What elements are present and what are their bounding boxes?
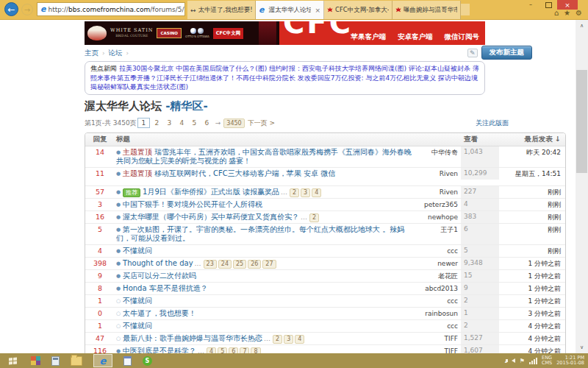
thread-author-link[interactable]: newhope	[428, 213, 458, 222]
android-client-link[interactable]: 安卓客户端	[398, 32, 433, 42]
tab-2-active[interactable]: e 渥太华华人论坛 | CFC中... ×	[256, 1, 324, 19]
page-link[interactable]: 5	[189, 118, 200, 127]
wechat-subscribe-link[interactable]: 微信订阅号	[445, 32, 480, 42]
thread-page-link[interactable]: 23	[204, 260, 217, 269]
thread-title-link[interactable]: 移动互联网时代，CFC三大移动客户端，苹果 安卓 微信	[154, 169, 335, 177]
last-post-time[interactable]: 3 分钟之前	[499, 308, 565, 319]
tab-4[interactable]: 曝曲婉婷与温哥华市长相恋 ...	[392, 1, 461, 19]
cfc-red-banner[interactable]: CFC 苹果客户端 安卓客户端 微信订阅号	[279, 21, 485, 45]
volume-icon[interactable]	[512, 358, 515, 363]
last-post-time[interactable]: 1 分钟之前	[499, 258, 565, 269]
thread-author-link[interactable]: newer	[437, 259, 458, 269]
last-post-time[interactable]: 4 分钟之前	[499, 320, 565, 332]
thread-title-link[interactable]: 第一次贴图，开课了。宇宙的奥秘。一条漂亮的丝巾。每个红点大概都比地球大 。辣妈们…	[116, 225, 404, 243]
last-post-time[interactable]: 1 分钟之前	[499, 270, 565, 282]
thread-page-link[interactable]: 2	[273, 335, 282, 344]
language-indicator[interactable]: ENGCMS	[542, 355, 552, 367]
last-post-time[interactable]: 刚刚	[499, 245, 565, 257]
file-explorer-icon[interactable]	[71, 356, 82, 366]
thread-title-link[interactable]: 瑞雪兆丰年，五洲齐欢唱，中国女高音歌唱家殷秀梅携手《五洲同春》海外春晚共同为您献…	[116, 148, 412, 166]
favorites-star-icon[interactable]: ★	[564, 9, 570, 17]
notepad-app-icon[interactable]	[123, 356, 132, 366]
internet-explorer-taskbar-active[interactable]: e	[93, 354, 112, 367]
page-link[interactable]: 3	[164, 118, 175, 127]
search-icon[interactable]	[184, 7, 185, 13]
thread-author-link[interactable]: peterz365	[424, 200, 458, 210]
thread-title-link[interactable]: 太牛逼了，我也想要！	[123, 309, 196, 317]
thread-page-link[interactable]: 3	[284, 335, 293, 344]
page-link[interactable]: 6	[201, 118, 212, 127]
thread-title-link[interactable]: 1月9日《新华侨报》正式出版 读报赢奖品	[143, 188, 279, 196]
apple-client-link[interactable]: 苹果客户端	[351, 32, 387, 42]
thread-page-link[interactable]: 4	[295, 335, 304, 344]
page-last-link[interactable]: 3450	[223, 118, 244, 128]
last-post-time[interactable]: 昨天 20:42	[499, 146, 565, 167]
pencil-icon[interactable]: ✎	[467, 49, 478, 57]
tab-3[interactable]: CFC中文网-加拿大-渥太华-...	[324, 1, 392, 19]
thread-page-link[interactable]: 27	[262, 260, 276, 269]
page-link[interactable]: 4	[176, 118, 187, 127]
breadcrumb-home[interactable]: 主页	[85, 49, 98, 58]
casino-ad[interactable]: CASINO	[157, 28, 182, 38]
last-post-time[interactable]: 1 分钟之前	[499, 283, 565, 294]
action-center-flag-icon[interactable]: ⚑	[520, 358, 525, 364]
thread-author-link[interactable]: 王子1	[440, 225, 458, 235]
minimize-button[interactable]: –	[522, 0, 539, 10]
taskbar-clock[interactable]: 1:21 PM2015-01-08	[556, 355, 584, 367]
header-last-post-sort[interactable]: 最后发表 ↓	[499, 135, 565, 144]
thread-page-link[interactable]: 2	[290, 188, 299, 197]
last-post-time[interactable]: 1 分钟之前	[499, 295, 565, 307]
thread-title-link[interactable]: 最新八卦：歌手曲婉婷爆与温哥华市长热恋	[123, 334, 262, 342]
new-tab-button[interactable]	[461, 4, 470, 15]
news-headline-links[interactable]: 拉美30国今聚北京 中国在美国后院做了什么？(图) 纽约时报：西安电子科技大学培…	[90, 65, 479, 91]
cfc-ad-badge[interactable]: CFC中文网	[213, 28, 243, 39]
page-current[interactable]: 1	[137, 118, 150, 128]
thread-author-link[interactable]: ccc	[447, 322, 458, 331]
thread-author-link[interactable]: Riven	[440, 188, 458, 197]
thread-title-link[interactable]: 不懂就问	[123, 322, 152, 330]
white-satin-ad[interactable]: WHITE SATINBRIDAL COUTURE	[110, 28, 153, 39]
tab-close-icon[interactable]: ×	[313, 7, 320, 14]
home-icon[interactable]: ⌂	[554, 9, 559, 17]
last-post-time[interactable]: 刚刚	[499, 224, 565, 244]
last-post-time[interactable]: 4 分钟之前	[499, 333, 565, 344]
last-post-time[interactable]: 刚刚	[499, 186, 565, 198]
scroll-up-arrow[interactable]: ∧	[576, 20, 588, 32]
thread-title-link[interactable]: 买店可以分二次付款吗	[123, 272, 196, 280]
thread-title-link[interactable]: 不懂就问	[123, 297, 152, 305]
thread-author-link[interactable]: Riven	[440, 169, 458, 179]
calculator-app-icon[interactable]	[51, 356, 60, 366]
settings-gear-icon[interactable]: ⚙	[576, 9, 582, 17]
thread-page-link[interactable]: 2	[309, 213, 319, 222]
photos-app-icon[interactable]	[31, 356, 40, 365]
address-bar[interactable]: e http://bbs.comefromchina.com/forums/5/…	[37, 2, 185, 16]
last-post-time[interactable]: 星期五，14:51	[499, 168, 565, 180]
thread-page-link[interactable]: 3	[301, 188, 310, 197]
thread-title-link[interactable]: Thought of the day	[123, 259, 193, 267]
thread-author-link[interactable]: 中华传奇	[431, 148, 458, 158]
start-button[interactable]	[0, 353, 25, 368]
thread-author-link[interactable]: ccc	[447, 297, 458, 306]
thread-page-link[interactable]: 26	[248, 260, 261, 269]
network-icon[interactable]	[529, 358, 537, 364]
url-text[interactable]: http://bbs.comefromchina.com/forums/5/	[48, 6, 184, 13]
new-thread-button[interactable]: 发布新主题	[481, 46, 533, 60]
green-s-app-icon[interactable]: S	[143, 356, 152, 366]
thread-author-link[interactable]: rainbosun	[425, 309, 458, 319]
thread-title-link[interactable]: Honda 车是不是很抗造？	[123, 284, 208, 292]
last-post-time[interactable]: 刚刚	[499, 199, 565, 210]
next-page-link[interactable]: 下一页 >	[248, 118, 275, 128]
thread-author-link[interactable]: 老花匠	[438, 272, 458, 281]
tab-1[interactable]: ↔ 太牛逼了,我也想要! -- 横事...	[187, 1, 256, 19]
thread-author-link[interactable]: ccc	[447, 247, 458, 256]
ad-banner[interactable]: WHITE SATINBRIDAL COUTURE CASINO OTTO'S …	[85, 21, 485, 45]
thread-page-link[interactable]: 24	[218, 260, 232, 269]
last-post-time[interactable]: 刚刚	[499, 211, 565, 223]
thread-title-link[interactable]: 不懂就问	[123, 247, 152, 255]
thread-page-link[interactable]: 4	[312, 188, 321, 197]
back-button[interactable]: ←	[4, 2, 18, 16]
scrollbar-thumb[interactable]	[576, 70, 587, 173]
thread-title-link[interactable]: 中国下狠手！要对境外公民开征个人所得税	[123, 200, 262, 208]
page-link[interactable]: 2	[151, 118, 162, 127]
forward-button[interactable]: →	[21, 4, 33, 15]
